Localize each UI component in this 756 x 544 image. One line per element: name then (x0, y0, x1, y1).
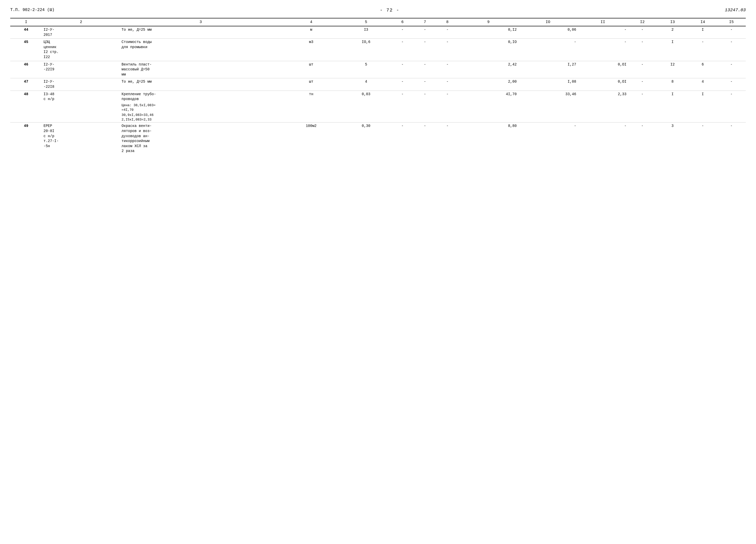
price-note: 30,9хI,083=33,46 2,I5хI,083=2,33 (120, 113, 281, 123)
row-code: I2-У- -22I9 (42, 61, 120, 78)
row-col8: - (436, 123, 459, 155)
row-col15: - (717, 78, 746, 91)
table-row: 46I2-У- -22I9Вентиль пласт- массовый Д=5… (10, 61, 746, 78)
header-center: - 72 - (380, 8, 400, 13)
page-header: Т.П. 902-2-224 (Ш) - 72 - 13247.03 (10, 8, 746, 13)
row-col8: - (436, 61, 459, 78)
row-desc: Окраска венти- ляторов и воз- духоводов … (120, 123, 281, 155)
row-col8: - (436, 91, 459, 103)
col-header-6: 6 (391, 18, 414, 26)
row-code: I2-У- 2017 (42, 26, 120, 39)
row-col13: I2 (657, 61, 688, 78)
row-col13: 2 (657, 26, 688, 39)
row-col9: 0,IO (459, 39, 518, 61)
row-col14: 4 (688, 78, 717, 91)
doc-number: Т.П. 902-2-224 (Ш) (10, 8, 55, 12)
col-header-II: II (578, 18, 628, 26)
row-col15: - (717, 123, 746, 155)
row-num: 45 (10, 39, 42, 61)
row-col11: - (578, 39, 628, 61)
row-col6: - (391, 39, 414, 61)
row-col9: 2,42 (459, 61, 518, 78)
row-col5: 0,03 (341, 91, 391, 103)
table-row: 49ЕРЕР 20-8I с н/р т.27-I- -5нОкраска ве… (10, 123, 746, 155)
header-right: 13247.03 (725, 8, 746, 13)
row-col13: 3 (657, 123, 688, 155)
row-col6: - (391, 123, 414, 155)
row-col7: - (414, 123, 436, 155)
row-col8: - (436, 26, 459, 39)
row-desc: То же, Д=25 мм (120, 26, 281, 39)
row-col15: - (717, 61, 746, 78)
row-col5: 4 (341, 78, 391, 91)
row-col12: - (628, 39, 657, 61)
row-col12: - (628, 26, 657, 39)
row-col12: - (628, 61, 657, 78)
row-num: 48 (10, 91, 42, 103)
row-col10: I,27 (518, 61, 578, 78)
row-desc: Крепление трубо- проводов (120, 91, 281, 103)
row-col10: I,08 (518, 78, 578, 91)
header-left: Т.П. 902-2-224 (Ш) (10, 8, 55, 12)
row-col7: - (414, 91, 436, 103)
table-row: 44I2-У- 2017То же, Д=25 мммI3---0,I20,06… (10, 26, 746, 39)
row-desc: Вентиль пласт- массовый Д=50 мм (120, 61, 281, 78)
row-code: ЕРЕР 20-8I с н/р т.27-I- -5н (42, 123, 120, 155)
row-col11: - (578, 26, 628, 39)
row-num: 47 (10, 78, 42, 91)
row-col15: - (717, 91, 746, 103)
row-col10: 33,46 (518, 91, 578, 103)
row-col7: - (414, 61, 436, 78)
row-col7: - (414, 26, 436, 39)
col-header-IO: IO (518, 18, 578, 26)
row-col14: 6 (688, 61, 717, 78)
col-header-3: 3 (120, 18, 281, 26)
row-num: 44 (10, 26, 42, 39)
row-col9: 2,00 (459, 78, 518, 91)
row-num: 46 (10, 61, 42, 78)
row-col11: - (578, 123, 628, 155)
row-col5: 5 (341, 61, 391, 78)
row-col6: - (391, 78, 414, 91)
row-col13: I (657, 91, 688, 103)
row-unit: тн (281, 91, 341, 103)
row-col10: - (518, 39, 578, 61)
col-header-I2: I2 (628, 18, 657, 26)
col-header-7: 7 (414, 18, 436, 26)
row-col10: 0,06 (518, 26, 578, 39)
row-col9: 0,I2 (459, 26, 518, 39)
row-col9: 4I,70 (459, 91, 518, 103)
row-col14: I (688, 91, 717, 103)
row-unit: 100м2 (281, 123, 341, 155)
extra-row: Цена: 38,5хI,083= =4I,70 (10, 103, 746, 113)
row-col11: 2,33 (578, 91, 628, 103)
col-header-I: I (10, 18, 42, 26)
row-col13: I (657, 39, 688, 61)
row-code: I2-У- -22I8 (42, 78, 120, 91)
row-unit: м (281, 26, 341, 39)
row-col14: - (688, 123, 717, 155)
row-col15: - (717, 39, 746, 61)
col-header-I3: I3 (657, 18, 688, 26)
row-col6: - (391, 91, 414, 103)
table-row: 47I2-У- -22I8То же, Д=25 ммшт4---2,00I,0… (10, 78, 746, 91)
row-col5: IO,6 (341, 39, 391, 61)
row-col7: - (414, 39, 436, 61)
row-col12: - (628, 123, 657, 155)
row-unit: шт (281, 78, 341, 91)
table-row: 48I3-48 с н/рКрепление трубо- проводовтн… (10, 91, 746, 103)
row-col9: 8,80 (459, 123, 518, 155)
row-col11: 0,OI (578, 78, 628, 91)
price-note: Цена: 38,5хI,083= =4I,70 (120, 103, 281, 113)
row-col12: - (628, 78, 657, 91)
row-col8: - (436, 39, 459, 61)
col-header-I5: I5 (717, 18, 746, 26)
row-col7: - (414, 78, 436, 91)
row-unit: м3 (281, 39, 341, 61)
row-col8: - (436, 78, 459, 91)
table-row: 45ЦЗЦ ценник I2 стр. I22Стоимость воды д… (10, 39, 746, 61)
row-col5: 0,30 (341, 123, 391, 155)
column-headers: I23456789IOIII2I3I4I5 (10, 18, 746, 26)
row-code: I3-48 с н/р (42, 91, 120, 103)
row-col10: - (518, 123, 578, 155)
